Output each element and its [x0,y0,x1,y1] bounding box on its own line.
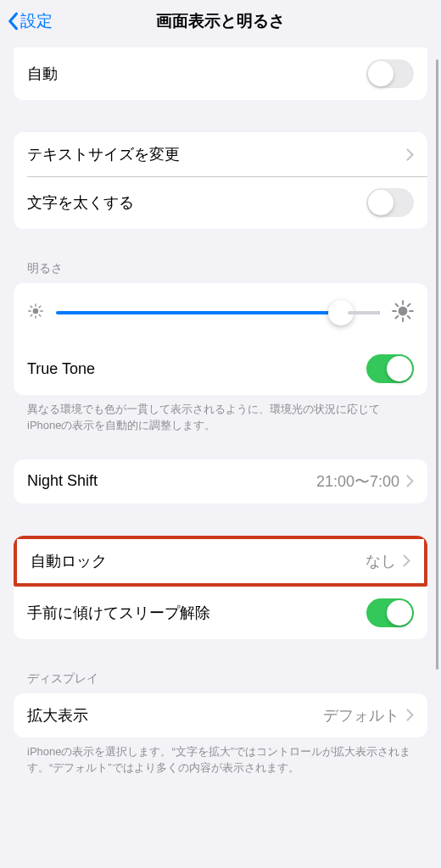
true-tone-toggle[interactable] [366,354,414,383]
display-zoom-label: 拡大表示 [27,705,88,726]
bold-text-row: 文字を太くする [14,176,427,229]
svg-point-0 [33,309,39,314]
night-shift-value: 21:00〜7:00 [316,471,399,492]
svg-line-7 [31,314,32,316]
brightness-slider[interactable] [56,311,380,314]
page-title: 画面表示と明るさ [156,10,285,32]
display-header: ディスプレイ [14,671,427,693]
back-button[interactable]: 設定 [0,10,53,32]
chevron-right-icon [406,148,414,161]
true-tone-label: True Tone [27,360,95,378]
display-zoom-row[interactable]: 拡大表示 デフォルト [14,693,427,737]
chevron-right-icon [406,475,414,487]
chevron-left-icon [7,12,19,31]
slider-thumb[interactable] [328,300,354,326]
toggle-knob [387,356,412,381]
brightness-header: 明るさ [14,261,427,283]
nav-header: 設定 画面表示と明るさ [0,0,441,42]
auto-lock-row[interactable]: 自動ロック なし [17,539,424,583]
svg-line-5 [31,306,32,308]
toggle-knob [368,190,394,215]
brightness-slider-row [14,283,427,342]
svg-line-14 [396,304,399,307]
svg-line-6 [39,314,41,316]
chevron-right-icon [403,554,410,567]
display-zoom-value: デフォルト [323,705,399,726]
night-shift-row[interactable]: Night Shift 21:00〜7:00 [14,459,427,504]
auto-label: 自動 [27,64,58,84]
svg-line-8 [39,306,41,308]
chevron-right-icon [406,709,414,721]
toggle-knob [387,600,412,626]
text-group: テキストサイズを変更 文字を太くする [14,132,427,229]
night-shift-group: Night Shift 21:00〜7:00 [14,459,427,504]
raise-to-wake-row: 手前に傾けてスリープ解除 [14,587,427,639]
true-tone-footer: 異なる環境でも色が一貫して表示されるように、環境光の状況に応じてiPhoneの表… [14,395,427,434]
sun-small-icon [27,303,44,323]
toggle-knob [368,61,394,86]
brightness-group: True Tone [14,283,427,395]
auto-toggle[interactable] [366,59,414,88]
display-footer: iPhoneの表示を選択します。“文字を拡大”ではコントロールが拡大表示されます… [14,737,427,776]
svg-line-16 [396,316,399,319]
raise-to-wake-toggle[interactable] [366,598,414,627]
auto-lock-value: なし [366,551,396,571]
bold-text-label: 文字を太くする [27,192,134,213]
bold-text-toggle[interactable] [366,188,414,217]
auto-lock-label: 自動ロック [31,551,107,571]
svg-line-17 [408,304,410,307]
sun-large-icon [392,300,414,326]
appearance-group: 自動 [14,47,427,100]
svg-line-15 [408,316,410,319]
display-group: 拡大表示 デフォルト [14,693,427,737]
text-size-row[interactable]: テキストサイズを変更 [14,132,427,176]
text-size-label: テキストサイズを変更 [27,144,180,164]
scroll-indicator[interactable] [436,59,438,670]
true-tone-row: True Tone [14,342,427,395]
auto-appearance-row: 自動 [14,47,427,100]
lock-group: 自動ロック なし 手前に傾けてスリープ解除 [14,536,427,639]
svg-point-9 [399,307,408,316]
back-label: 設定 [20,10,53,32]
raise-to-wake-label: 手前に傾けてスリープ解除 [27,603,210,623]
highlight-annotation: 自動ロック なし [14,536,427,587]
night-shift-label: Night Shift [27,472,98,490]
